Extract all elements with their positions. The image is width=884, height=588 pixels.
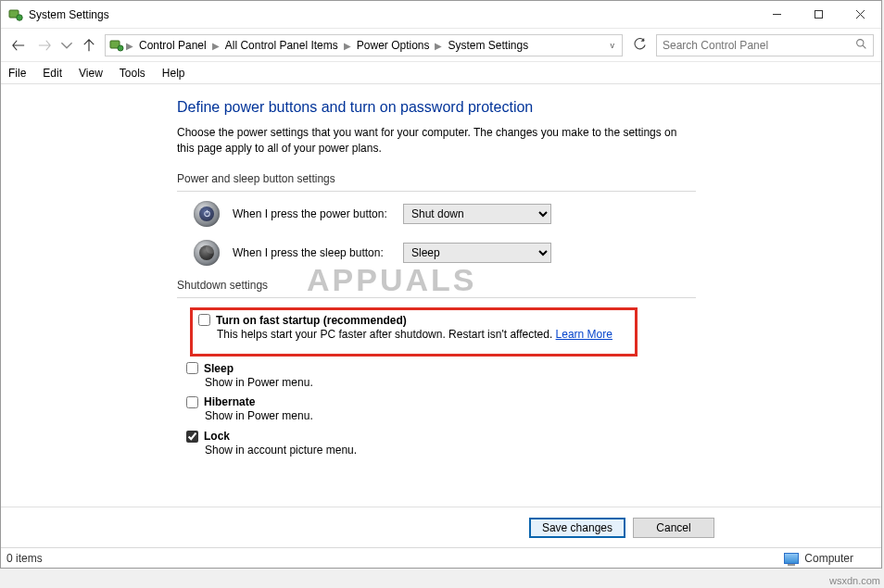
hibernate-checkbox-label: Hibernate xyxy=(204,395,255,408)
svg-point-1 xyxy=(17,14,22,19)
up-button[interactable] xyxy=(79,35,99,56)
breadcrumb[interactable]: ▶ Control Panel ▶ All Control Panel Item… xyxy=(105,34,623,56)
breadcrumb-item[interactable]: Control Panel xyxy=(135,39,210,52)
power-button-select[interactable]: Shut down xyxy=(403,204,551,224)
svg-rect-3 xyxy=(815,11,823,19)
menu-bar: File Edit View Tools Help xyxy=(1,62,881,84)
address-dropdown[interactable]: v xyxy=(607,41,619,50)
maximize-button[interactable] xyxy=(798,1,840,28)
menu-edit[interactable]: Edit xyxy=(43,67,62,80)
lock-checkbox-label: Lock xyxy=(204,430,230,443)
svg-point-7 xyxy=(118,45,123,51)
computer-icon xyxy=(784,553,799,564)
breadcrumb-item[interactable]: System Settings xyxy=(444,39,532,52)
sleep-button-select[interactable]: Sleep xyxy=(403,243,551,263)
app-icon xyxy=(8,7,23,22)
sleep-checkbox-label: Sleep xyxy=(204,362,234,375)
highlight-box: Turn on fast startup (recommended) This … xyxy=(190,307,638,357)
menu-view[interactable]: View xyxy=(79,67,103,80)
fast-startup-label: Turn on fast startup (recommended) xyxy=(216,314,407,327)
chevron-right-icon: ▶ xyxy=(435,40,442,51)
svg-line-9 xyxy=(863,45,865,48)
menu-tools[interactable]: Tools xyxy=(120,67,145,80)
search-input[interactable] xyxy=(663,39,839,52)
chevron-right-icon: ▶ xyxy=(212,40,220,51)
fast-startup-desc: This helps start your PC faster after sh… xyxy=(217,327,612,343)
menu-help[interactable]: Help xyxy=(162,67,185,80)
refresh-button[interactable] xyxy=(628,34,650,56)
minimize-button[interactable] xyxy=(756,1,798,28)
menu-file[interactable]: File xyxy=(8,67,26,80)
back-button[interactable] xyxy=(8,35,29,56)
divider xyxy=(177,297,696,298)
power-button-label: When I press the power button: xyxy=(233,207,390,220)
search-icon[interactable] xyxy=(855,38,867,53)
learn-more-link[interactable]: Learn More xyxy=(556,328,612,341)
section-shutdown-title: Shutdown settings xyxy=(177,279,853,294)
page-intro: Choose the power settings that you want … xyxy=(177,125,696,157)
divider xyxy=(177,191,696,192)
window-title: System Settings xyxy=(29,8,756,21)
hibernate-checkbox-desc: Show in Power menu. xyxy=(205,408,853,424)
sleep-checkbox-desc: Show in Power menu. xyxy=(205,375,853,391)
breadcrumb-item[interactable]: Power Options xyxy=(353,39,434,52)
svg-point-8 xyxy=(857,39,864,45)
source-text: wsxdn.com xyxy=(829,575,880,586)
breadcrumb-item[interactable]: All Control Panel Items xyxy=(221,39,342,52)
chevron-right-icon: ▶ xyxy=(126,40,133,51)
chevron-right-icon: ▶ xyxy=(344,40,351,51)
fast-startup-checkbox[interactable] xyxy=(198,314,210,326)
lock-checkbox[interactable] xyxy=(186,431,198,443)
save-changes-button[interactable]: Save changes xyxy=(529,518,625,538)
sleep-checkbox[interactable] xyxy=(186,362,198,374)
search-box[interactable] xyxy=(656,34,874,56)
recent-dropdown[interactable] xyxy=(60,35,73,56)
section-power-sleep-title: Power and sleep button settings xyxy=(177,172,853,187)
hibernate-checkbox[interactable] xyxy=(186,396,198,408)
lock-checkbox-desc: Show in account picture menu. xyxy=(205,443,853,458)
close-button[interactable] xyxy=(840,1,881,28)
control-panel-icon xyxy=(109,38,124,53)
cancel-button[interactable]: Cancel xyxy=(633,518,714,538)
sleep-icon xyxy=(194,240,220,266)
forward-button[interactable] xyxy=(34,35,55,56)
page-heading: Define power buttons and turn on passwor… xyxy=(177,99,853,116)
power-icon xyxy=(194,201,220,227)
status-location: Computer xyxy=(804,552,853,565)
status-items: 0 items xyxy=(1,552,784,565)
sleep-button-label: When I press the sleep button: xyxy=(233,246,390,259)
